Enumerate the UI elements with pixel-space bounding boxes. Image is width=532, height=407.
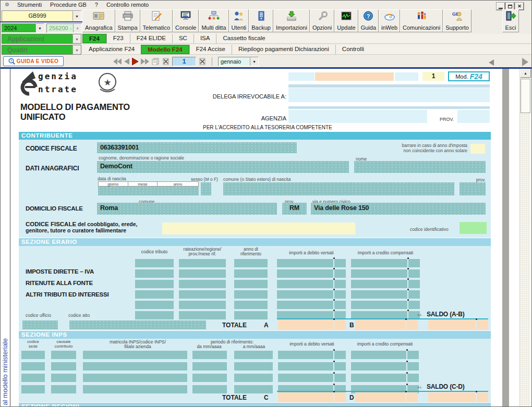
delega-field[interactable]	[288, 88, 490, 102]
erario-anno-field[interactable]	[234, 301, 268, 309]
inps-credito-field[interactable]	[351, 374, 419, 382]
prov-field[interactable]	[457, 110, 490, 123]
tab-controlli[interactable]: Controlli	[335, 45, 370, 54]
quadri-selector[interactable]: Quadri ▼	[2, 45, 81, 55]
last-page-icon[interactable]	[141, 58, 149, 65]
header-field-1[interactable]	[288, 72, 315, 81]
close-button[interactable]: ✕	[515, 3, 524, 10]
anagrafica-button[interactable]: Anagrafica	[82, 9, 115, 32]
inps-periodo-a-field[interactable]	[234, 362, 273, 371]
tab-modello-f24[interactable]: Modello F24	[141, 45, 189, 54]
erario-totale-debito-field[interactable]	[278, 320, 346, 330]
erario-rateazione-field[interactable]	[179, 259, 226, 267]
erario-saldo-field[interactable]	[428, 320, 488, 330]
menu-help[interactable]: ?	[95, 2, 98, 8]
inps-periodo-da-field[interactable]	[192, 362, 227, 371]
inps-causale-field[interactable]	[51, 351, 76, 359]
inps-periodo-a-field[interactable]	[234, 385, 273, 393]
scroll-right-icon[interactable]	[521, 58, 529, 66]
scroll-left-icon[interactable]	[488, 59, 494, 66]
tab-sc[interactable]: SC	[172, 34, 194, 43]
erario-credito-field[interactable]	[351, 301, 420, 309]
update-button[interactable]: Update	[334, 9, 358, 32]
inps-matricola-field[interactable]	[83, 385, 187, 393]
chevron-down-icon[interactable]: ▼	[72, 45, 81, 54]
erario-debito-field[interactable]	[277, 259, 346, 267]
inweb-button[interactable]: inWeb	[379, 9, 400, 32]
prov-domicilio-field[interactable]: RM	[282, 203, 307, 215]
code-selector[interactable]: 256200 - ▼	[46, 23, 82, 33]
chevron-down-icon[interactable]: ▼	[73, 24, 81, 32]
inps-credito-field[interactable]	[351, 351, 419, 359]
agenzia-field[interactable]	[288, 110, 427, 123]
restore-button[interactable]	[506, 3, 514, 10]
inps-debito-field[interactable]	[278, 351, 346, 359]
inps-totale-debito-field[interactable]	[278, 392, 346, 402]
inps-periodo-a-field[interactable]	[234, 351, 273, 359]
prov-nascita-field[interactable]	[460, 182, 486, 195]
minimize-button[interactable]	[497, 3, 505, 10]
chevron-down-icon[interactable]: ▼	[35, 24, 44, 32]
inps-periodo-a-field[interactable]	[234, 374, 273, 382]
tab-f24-elide[interactable]: F24 ELIDE	[130, 34, 172, 43]
console-button[interactable]: Console	[173, 9, 199, 32]
codice-ufficio-field[interactable]	[22, 320, 58, 329]
delete-all-pages-icon[interactable]	[199, 58, 206, 65]
tab-cassetto-fiscale[interactable]: Cassetto fiscale	[216, 34, 271, 43]
inps-periodo-da-field[interactable]	[192, 374, 227, 382]
inps-credito-field[interactable]	[351, 362, 419, 371]
via-field[interactable]: Via delle Rose 150	[311, 203, 486, 215]
opzioni-button[interactable]: Opzioni	[310, 9, 334, 32]
vertical-scrollbar[interactable]: ▲	[519, 69, 530, 407]
erario-anno-field[interactable]	[234, 269, 268, 278]
erario-codice-tributo-field[interactable]	[135, 301, 174, 309]
scrollbar-thumb[interactable]	[521, 79, 530, 113]
utenti-button[interactable]: Utenti	[229, 9, 249, 32]
inps-causale-field[interactable]	[51, 374, 76, 382]
erario-rateazione-field[interactable]	[179, 301, 226, 309]
chevron-down-icon[interactable]: ▼	[250, 57, 258, 66]
codice-identificativo-field[interactable]	[460, 222, 487, 234]
inps-matricola-field[interactable]	[83, 351, 187, 359]
chevron-down-icon[interactable]: ▼	[72, 34, 81, 43]
inps-debito-field[interactable]	[278, 362, 346, 371]
inps-causale-field[interactable]	[51, 362, 76, 371]
guida-e-video-button[interactable]: ? GUIDA E VIDEO	[3, 56, 64, 66]
inps-codice-sede-field[interactable]	[21, 385, 45, 393]
erario-credito-field[interactable]	[351, 269, 420, 278]
tab-f24[interactable]: F24	[82, 34, 106, 43]
comune-nascita-field[interactable]	[223, 182, 454, 195]
cognome-field[interactable]: DemoCont	[97, 161, 349, 173]
tab-applicazione-f24[interactable]: Applicazione F24	[82, 45, 141, 54]
inps-debito-field[interactable]	[278, 374, 346, 382]
telematico-button[interactable]: Telematico	[140, 9, 173, 32]
applicazioni-selector[interactable]: Applicazioni ▼	[2, 34, 81, 44]
company-selector[interactable]: GB999 ▼	[2, 10, 81, 21]
erario-anno-field[interactable]	[234, 311, 268, 319]
inps-totale-credito-field[interactable]	[355, 392, 418, 402]
erario-debito-field[interactable]	[277, 269, 346, 278]
prev-page-icon[interactable]	[124, 58, 129, 65]
menu-controllo-remoto[interactable]: Controllo remoto	[106, 2, 149, 8]
next-page-red-icon[interactable]	[132, 58, 138, 65]
erario-codice-tributo-field[interactable]	[135, 259, 174, 267]
comune-field[interactable]: Roma	[97, 203, 277, 215]
tab-f23[interactable]: F23	[106, 34, 130, 43]
multi-ditta-button[interactable]: Multi ditta	[199, 9, 228, 32]
erario-rateazione-field[interactable]	[179, 311, 226, 319]
month-selector[interactable]: gennaio ▼	[218, 57, 259, 66]
codice-fiscale-field[interactable]: 06363391001	[97, 142, 297, 153]
anno-non-solare-checkbox[interactable]	[470, 144, 485, 154]
esci-button[interactable]: Esci	[502, 9, 519, 32]
erario-debito-field[interactable]	[277, 301, 346, 309]
erario-anno-field[interactable]	[234, 280, 268, 288]
coobbligato-field[interactable]	[162, 223, 355, 235]
page-number-input[interactable]: 1	[172, 57, 196, 66]
scroll-up-icon[interactable]: ▲	[520, 69, 531, 78]
inps-matricola-field[interactable]	[83, 374, 187, 382]
codice-atto-field[interactable]	[69, 320, 206, 329]
menu-strumenti[interactable]: Strumenti	[17, 2, 42, 8]
erario-credito-field[interactable]	[351, 290, 420, 299]
erario-codice-tributo-field[interactable]	[135, 290, 174, 299]
comunicazioni-button[interactable]: Comunicazioni	[400, 9, 443, 32]
